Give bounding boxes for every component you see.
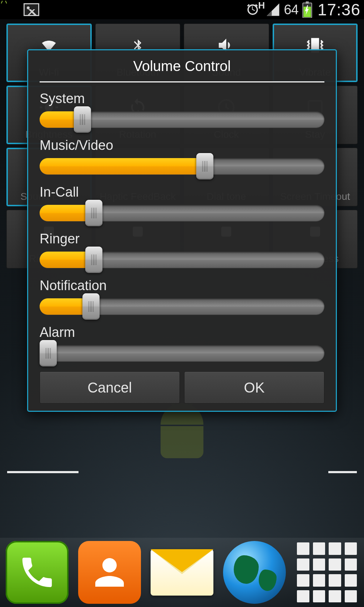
status-bar: H 64 17:36 <box>0 0 364 19</box>
slider-track[interactable] <box>40 345 324 361</box>
cancel-button[interactable]: Cancel <box>40 371 180 404</box>
slider-thumb[interactable] <box>74 106 91 133</box>
dialog-divider <box>40 81 324 82</box>
battery-icon <box>302 1 313 18</box>
dialog-title: Volume Control <box>40 58 324 81</box>
slider-notification: Notification <box>40 278 324 315</box>
screenshot-notification-icon <box>24 3 39 16</box>
slider-label: In-Call <box>40 184 324 200</box>
ok-button[interactable]: OK <box>184 371 324 404</box>
slider-track[interactable] <box>40 111 324 128</box>
slider-fill <box>40 158 205 174</box>
slider-label: System <box>40 91 324 106</box>
slider-track[interactable] <box>40 252 324 268</box>
dock-phone[interactable] <box>6 541 69 604</box>
slider-thumb[interactable] <box>196 153 213 179</box>
slider-thumb[interactable] <box>40 340 57 366</box>
network-type: H <box>258 0 265 11</box>
dock-browser[interactable] <box>223 541 286 604</box>
slider-label: Ringer <box>40 231 324 247</box>
dock <box>0 538 364 607</box>
slider-track[interactable] <box>40 205 324 221</box>
slider-label: Alarm <box>40 325 324 340</box>
mobile-signal-icon: H <box>266 2 280 17</box>
slider-track[interactable] <box>40 298 324 315</box>
slider-label: Music/Video <box>40 138 324 153</box>
slider-label: Notification <box>40 278 324 293</box>
volume-control-dialog: Volume Control SystemMusic/VideoIn-CallR… <box>27 49 337 412</box>
slider-track[interactable] <box>40 158 324 174</box>
slider-system: System <box>40 91 324 128</box>
slider-thumb[interactable] <box>85 247 102 273</box>
android-icon <box>4 2 17 17</box>
dock-messaging[interactable] <box>151 541 213 604</box>
slider-alarm: Alarm <box>40 325 324 361</box>
slider-in-call: In-Call <box>40 184 324 221</box>
battery-percent: 64 <box>284 2 298 17</box>
dock-contacts[interactable] <box>78 541 141 604</box>
svg-rect-1 <box>306 1 309 4</box>
dock-apps[interactable] <box>295 541 358 604</box>
android-logo-wallpaper <box>153 403 211 467</box>
slider-thumb[interactable] <box>82 293 100 320</box>
slider-thumb[interactable] <box>85 200 102 226</box>
slider-ringer: Ringer <box>40 231 324 268</box>
slider-music-video: Music/Video <box>40 138 324 174</box>
clock-time: 17:36 <box>318 0 360 19</box>
